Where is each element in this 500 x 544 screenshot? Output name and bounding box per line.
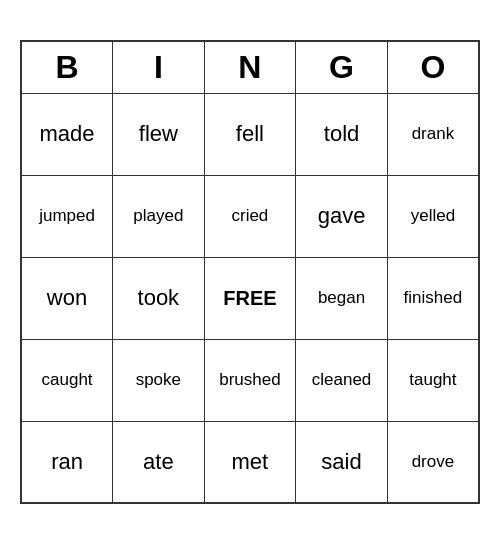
- bingo-row-4: ranatemetsaiddrove: [21, 421, 479, 503]
- header-cell-b: B: [21, 41, 113, 93]
- bingo-cell-3-1[interactable]: spoke: [113, 339, 205, 421]
- bingo-cell-1-2[interactable]: cried: [204, 175, 296, 257]
- bingo-cell-0-1[interactable]: flew: [113, 93, 205, 175]
- bingo-cell-4-4[interactable]: drove: [387, 421, 479, 503]
- bingo-row-1: jumpedplayedcriedgaveyelled: [21, 175, 479, 257]
- bingo-cell-2-2[interactable]: FREE: [204, 257, 296, 339]
- bingo-cell-0-0[interactable]: made: [21, 93, 113, 175]
- bingo-cell-1-3[interactable]: gave: [296, 175, 388, 257]
- header-cell-i: I: [113, 41, 205, 93]
- bingo-cell-4-1[interactable]: ate: [113, 421, 205, 503]
- bingo-cell-4-0[interactable]: ran: [21, 421, 113, 503]
- bingo-row-0: madeflewfelltolddrank: [21, 93, 479, 175]
- bingo-cell-2-4[interactable]: finished: [387, 257, 479, 339]
- bingo-cell-4-2[interactable]: met: [204, 421, 296, 503]
- bingo-cell-1-4[interactable]: yelled: [387, 175, 479, 257]
- header-row: BINGO: [21, 41, 479, 93]
- header-cell-o: O: [387, 41, 479, 93]
- bingo-cell-4-3[interactable]: said: [296, 421, 388, 503]
- bingo-cell-3-3[interactable]: cleaned: [296, 339, 388, 421]
- bingo-row-2: wontookFREEbeganfinished: [21, 257, 479, 339]
- bingo-cell-2-0[interactable]: won: [21, 257, 113, 339]
- bingo-cell-1-0[interactable]: jumped: [21, 175, 113, 257]
- bingo-cell-0-2[interactable]: fell: [204, 93, 296, 175]
- bingo-cell-2-1[interactable]: took: [113, 257, 205, 339]
- bingo-card: BINGO madeflewfelltolddrankjumpedplayedc…: [20, 40, 480, 504]
- header-cell-n: N: [204, 41, 296, 93]
- bingo-row-3: caughtspokebrushedcleanedtaught: [21, 339, 479, 421]
- bingo-cell-0-4[interactable]: drank: [387, 93, 479, 175]
- bingo-cell-1-1[interactable]: played: [113, 175, 205, 257]
- bingo-cell-3-4[interactable]: taught: [387, 339, 479, 421]
- bingo-cell-2-3[interactable]: began: [296, 257, 388, 339]
- bingo-cell-3-0[interactable]: caught: [21, 339, 113, 421]
- bingo-cell-0-3[interactable]: told: [296, 93, 388, 175]
- bingo-cell-3-2[interactable]: brushed: [204, 339, 296, 421]
- header-cell-g: G: [296, 41, 388, 93]
